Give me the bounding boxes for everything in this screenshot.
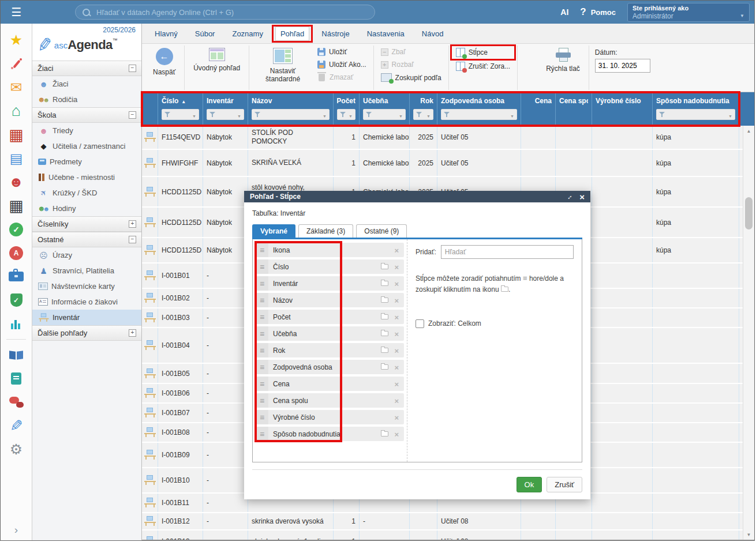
remove-icon[interactable] (394, 245, 399, 255)
column-list-item-cena[interactable]: Cena (256, 377, 404, 391)
remove-icon[interactable] (394, 295, 399, 306)
sidebar-item-ucebne-miestnosti[interactable]: Učebne - miestnosti (32, 170, 141, 185)
sidebar-group-dalsie-pohlady[interactable]: Ďalšie pohľady+ (32, 325, 141, 341)
sidebar-item-navstevnicke-karty[interactable]: Návštevnícke karty (32, 278, 141, 294)
mail-nav-item[interactable] (1, 76, 32, 99)
initial-view-button[interactable]: Úvodný pohľad (190, 47, 244, 73)
column-filter[interactable] (252, 109, 330, 120)
help-icon[interactable]: ? (580, 6, 586, 18)
column-filter[interactable] (413, 109, 433, 120)
remove-icon[interactable] (394, 429, 399, 439)
drag-handle-icon[interactable] (256, 343, 268, 357)
gear-nav-item[interactable] (1, 438, 32, 461)
remove-icon[interactable] (394, 379, 399, 389)
column-header-label[interactable]: Výrobné číslo (596, 95, 649, 107)
date-input[interactable] (595, 59, 650, 73)
home-nav-item[interactable] (1, 99, 32, 123)
sidebar-group-ciselniky[interactable]: Číselníky+ (32, 216, 141, 232)
table-row[interactable]: I-001B12-skrinka dverová vysoká1-Učiteľ … (142, 513, 754, 530)
expand-box-icon[interactable]: + (129, 329, 136, 337)
column-list-item-nazov[interactable]: Názov (256, 293, 404, 307)
column-header-label[interactable]: Cena (525, 95, 552, 107)
column-header-label[interactable]: Názov (252, 95, 330, 107)
sidebar-item-stravnici-platitelia[interactable]: Stravníci, Platitelia (32, 263, 141, 278)
documents-nav-item[interactable] (1, 367, 32, 390)
drag-handle-icon[interactable] (256, 360, 268, 374)
sidebar-item-ucitelia-zamestnanci[interactable]: Učitelia / zamestnanci (32, 138, 141, 154)
add-column-input[interactable] (441, 245, 574, 259)
hamburger-menu-icon[interactable] (1, 5, 32, 19)
column-header-label[interactable]: Zodpovedná osoba (441, 95, 517, 107)
remove-icon[interactable] (394, 312, 399, 322)
drag-handle-icon[interactable] (256, 393, 268, 408)
scrollbar-thumb[interactable] (745, 197, 753, 229)
scroll-down-icon[interactable] (743, 530, 754, 539)
scroll-up-icon[interactable] (743, 127, 754, 135)
table-row[interactable]: FHWIFGHFNábytokSKRIŇA VEĽKÁ1Chemické lab… (142, 150, 754, 177)
menu-tab-hlavny[interactable]: Hlavný (150, 27, 182, 40)
ai-button[interactable]: AI (560, 7, 568, 17)
menu-tab-pohlad[interactable]: Pohľad (276, 27, 309, 40)
column-list-item-ucebna[interactable]: Učebňa (256, 326, 404, 341)
column-list-item-pocet[interactable]: Počet (256, 310, 404, 324)
dialog-tab-vybrane[interactable]: Vybrané (252, 224, 295, 238)
sidebar-item-urazy[interactable]: Úrazy (32, 247, 141, 263)
expand-box-icon[interactable]: + (129, 220, 136, 228)
set-default-button[interactable]: Nastaviť štandardné (255, 47, 311, 84)
menu-tab-subor[interactable]: Súbor (190, 27, 220, 40)
notebook-nav-item[interactable] (1, 146, 32, 170)
drag-handle-icon[interactable] (256, 310, 268, 324)
chat-nav-item[interactable] (1, 390, 32, 414)
column-list-item-ikona[interactable]: Ikona (256, 243, 404, 257)
column-list-item-cislo[interactable]: Číslo (256, 259, 404, 274)
menu-tab-nastavenia[interactable]: Nastavenia (362, 27, 409, 40)
shield-nav-item[interactable] (1, 288, 32, 312)
global-search[interactable] (75, 5, 375, 20)
drag-handle-icon[interactable] (256, 243, 268, 257)
cancel-button[interactable]: Zrušiť (547, 477, 582, 492)
timetable-nav-item[interactable] (1, 123, 32, 146)
sidebar-group-skola[interactable]: Škola− (32, 107, 141, 123)
bar-chart-nav-item[interactable] (1, 312, 32, 336)
resize-icon[interactable] (564, 191, 574, 202)
briefcase-nav-item[interactable] (1, 265, 32, 288)
column-header-label[interactable]: Inventár (207, 95, 244, 107)
collapse-box-icon[interactable]: − (129, 111, 136, 119)
quick-print-button[interactable]: Rýchla tlač (542, 47, 583, 74)
folder-icon[interactable] (381, 331, 388, 336)
remove-icon[interactable] (394, 362, 399, 372)
sidebar-group-ostatne[interactable]: Ostatné− (32, 232, 141, 247)
sidebar-item-predmety[interactable]: Predmety (32, 154, 141, 170)
sidebar-item-hodiny[interactable]: Hodiny (32, 201, 141, 216)
ok-button[interactable]: Ok (517, 477, 542, 492)
magic-wand-nav-item[interactable] (1, 52, 32, 76)
drag-handle-icon[interactable] (256, 293, 268, 307)
back-button[interactable]: Naspäť (149, 47, 179, 77)
cancel-sort-button[interactable]: Zrušiť: Zora... (454, 61, 512, 72)
folder-icon[interactable] (381, 314, 388, 319)
search-input[interactable] (95, 7, 368, 17)
columns-button[interactable]: Stĺpce (454, 47, 512, 58)
remove-icon[interactable] (394, 412, 399, 423)
column-filter[interactable] (656, 109, 735, 120)
column-filter[interactable] (363, 109, 406, 120)
column-filter[interactable] (337, 109, 355, 120)
checkbox-icon[interactable] (416, 319, 424, 328)
sidebar-item-inventar[interactable]: Inventár (32, 310, 141, 325)
column-list-item-inventar[interactable]: Inventár (256, 276, 404, 291)
folder-icon[interactable] (381, 431, 388, 436)
close-icon[interactable] (579, 192, 585, 202)
column-header-label[interactable]: Rok (413, 95, 433, 107)
drag-handle-icon[interactable] (256, 276, 268, 291)
grades-nav-item[interactable] (1, 241, 32, 265)
sidebar-item-informacie-o-ziakovi[interactable]: Informácie o žiakovi (32, 294, 141, 310)
sidebar-item-triedy[interactable]: Triedy (32, 123, 141, 138)
check-circle-nav-item[interactable] (1, 217, 32, 241)
menu-tab-nastroje[interactable]: Nástroje (317, 27, 354, 40)
collapse-box-icon[interactable]: − (129, 65, 136, 72)
star-nav-item[interactable] (1, 28, 32, 52)
column-header-label[interactable]: Počet (337, 95, 355, 107)
drag-handle-icon[interactable] (256, 326, 268, 341)
remove-icon[interactable] (394, 396, 399, 406)
drag-handle-icon[interactable] (256, 410, 268, 424)
